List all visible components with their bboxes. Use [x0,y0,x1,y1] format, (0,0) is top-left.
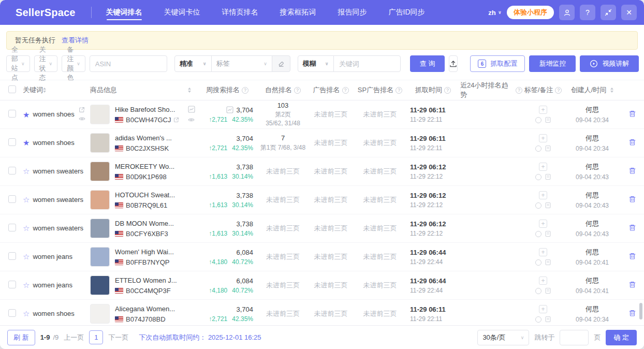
keyword-input[interactable] [333,55,401,72]
next-page-button[interactable]: 下一页 [108,333,128,342]
delete-row-icon[interactable] [628,110,636,118]
product-trend-chart-icon[interactable] [188,106,195,113]
row-checkbox[interactable] [8,138,16,146]
star-icon[interactable] [23,167,30,175]
delete-row-icon[interactable] [628,224,636,231]
delete-row-icon[interactable] [628,138,636,146]
product-asin[interactable]: B0C2JXSHSK [126,144,169,152]
close-window-button[interactable]: ✕ [621,5,637,20]
vertical-scrollbar[interactable] [639,303,642,319]
row-checkbox[interactable] [8,110,16,118]
row-checkbox[interactable] [8,224,16,231]
current-page-button[interactable]: 1 [89,330,103,344]
row-checkbox[interactable] [8,195,16,203]
star-icon[interactable] [23,196,30,203]
confirm-button[interactable]: 确 定 [606,330,637,345]
sort-icon[interactable] [610,88,613,93]
delete-row-icon[interactable] [628,195,636,203]
product-title[interactable]: HOTOUCH Sweat... [115,191,175,199]
match-fuzzy-select[interactable]: 模糊∨ [298,55,334,72]
star-icon[interactable] [23,281,30,289]
row-checkbox[interactable] [8,281,16,288]
note-icon[interactable] [545,316,551,323]
follow-status-select[interactable]: 关注状态∨ [34,55,58,72]
add-tag-icon[interactable]: + [539,277,547,285]
nav-keyword-slot[interactable]: 关键词卡位 [164,0,200,25]
column-keyword[interactable]: 关键词 [23,85,51,95]
user-button[interactable] [559,5,575,20]
info-icon[interactable]: ? [555,87,562,94]
prev-page-button[interactable]: 上一页 [64,333,84,342]
add-tag-icon[interactable]: + [539,191,547,199]
info-icon[interactable]: ? [516,87,522,94]
product-asin[interactable]: B0CFY6XBF3 [126,230,168,238]
row-checkbox[interactable] [8,309,16,317]
info-icon[interactable]: ? [396,87,402,94]
mini-program-button[interactable]: 体验小程序 [507,6,554,19]
color-mark-icon[interactable] [535,174,541,180]
color-mark-icon[interactable] [535,146,541,152]
product-asin[interactable]: B0CWH47GCJ [126,116,171,124]
site-select[interactable]: 全部站点∨ [6,55,30,72]
add-tag-icon[interactable]: + [539,248,547,256]
product-title[interactable]: adidas Women's ... [115,134,172,142]
select-all-checkbox[interactable] [8,85,16,93]
video-guide-button[interactable]: 视频讲解 [580,55,639,72]
add-tag-icon[interactable]: + [539,220,547,228]
star-icon[interactable] [23,310,30,317]
product-asin[interactable]: B074J708BD [126,315,166,323]
grab-config-button[interactable]: 6 抓取配置 [470,55,525,72]
nav-report-sync[interactable]: 报告同步 [338,0,367,25]
note-icon[interactable] [545,230,551,237]
star-icon[interactable] [23,224,30,232]
help-button[interactable]: ? [580,5,595,20]
color-mark-icon[interactable] [535,117,541,123]
sort-icon[interactable] [43,88,46,93]
row-checkbox[interactable] [8,167,16,174]
add-tag-icon[interactable]: + [539,305,547,313]
nav-keyword-rank[interactable]: 关键词排名 [106,0,142,25]
add-monitor-button[interactable]: 新增监控 [529,55,576,72]
product-title[interactable]: MEROKEETY Wo... [115,163,174,170]
note-color-select[interactable]: 备注颜色∨ [62,55,85,72]
refresh-button[interactable]: 刷 新 [7,330,35,345]
delete-row-icon[interactable] [628,309,636,317]
star-icon[interactable] [23,253,30,260]
product-title[interactable]: ETTELO Women J... [115,277,177,284]
add-tag-icon[interactable]: + [539,163,547,171]
note-icon[interactable] [545,287,551,294]
color-mark-icon[interactable] [535,288,541,294]
view-details-link[interactable]: 查看详情 [62,36,89,45]
page-size-select[interactable]: 30条/页 ∨ [477,330,529,345]
column-creator-time[interactable]: 创建人/时间 [564,85,621,95]
delete-row-icon[interactable] [628,167,636,174]
note-icon[interactable] [545,117,551,123]
search-button[interactable]: 查 询 [410,55,445,72]
product-asin[interactable]: B0B7RQ9L61 [126,201,167,209]
nav-detail-page-rank[interactable]: 详情页排名 [222,0,258,25]
eye-icon[interactable] [188,117,195,123]
color-mark-icon[interactable] [535,202,541,209]
delete-row-icon[interactable] [628,281,636,288]
asin-input[interactable] [90,55,167,72]
product-asin[interactable]: B0FFB7NYQP [126,258,170,266]
jump-page-input[interactable] [560,330,589,345]
tag-select[interactable]: 标签∨ [211,55,272,72]
collapse-window-button[interactable] [601,5,616,20]
product-title[interactable]: Hike Barefoot Sho... [115,106,179,113]
info-icon[interactable]: ? [342,87,349,94]
row-checkbox[interactable] [8,252,16,260]
column-product[interactable]: 商品信息 [90,85,196,95]
language-switcher[interactable]: zh ∨ [488,9,502,17]
star-icon[interactable] [23,139,30,147]
note-icon[interactable] [545,202,551,209]
color-mark-icon[interactable] [535,316,541,323]
external-link-icon[interactable] [173,117,179,123]
open-keyword-link-icon[interactable] [79,107,85,113]
color-mark-icon[interactable] [535,259,541,266]
add-tag-icon[interactable]: + [539,106,547,114]
note-icon[interactable] [545,145,551,152]
note-icon[interactable] [545,173,551,180]
match-exact-select[interactable]: 精准∨ [174,55,212,72]
info-icon[interactable]: ? [444,87,451,94]
